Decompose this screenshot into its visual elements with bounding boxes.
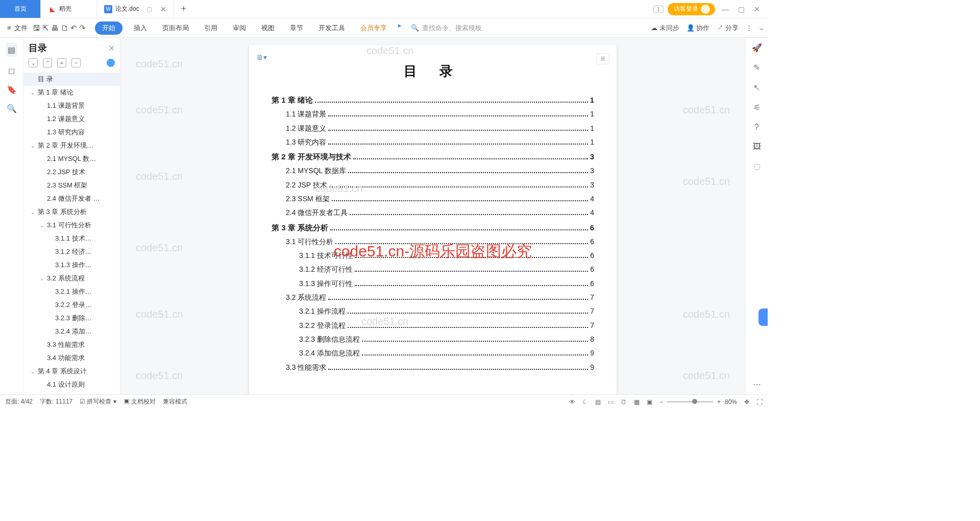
outline-item[interactable]: ⌄3.1 可行性分析 [23, 219, 120, 232]
view-focus-icon[interactable]: ▣ [647, 398, 652, 406]
zoom-control[interactable]: − + 80% [659, 398, 737, 406]
expand-icon[interactable]: ✥ [744, 398, 749, 406]
save-icon[interactable]: 🖫 [33, 23, 40, 32]
close-icon[interactable]: ✕ [160, 5, 166, 13]
screen-icon[interactable]: ▢ [146, 6, 152, 13]
page-indicator-icon[interactable]: 🗎▾ [256, 53, 267, 61]
outline-item[interactable]: 3.1.2 经济… [23, 245, 120, 258]
collapse-ribbon-icon[interactable]: ⌵ [760, 24, 764, 32]
outline-item[interactable]: ⌄第 4 章 系统设计 [23, 365, 120, 378]
app-menu-button[interactable]: ≡文件 [4, 23, 31, 33]
ribbon-tab-reference[interactable]: 引用 [200, 21, 222, 35]
outline-item[interactable]: 3.4 功能需求 [23, 351, 120, 365]
outline-item[interactable]: 2.4 微信开发者 … [23, 192, 120, 205]
ribbon-tab-insert[interactable]: 插入 [130, 21, 151, 35]
print-icon[interactable]: 🖶 [51, 23, 59, 32]
sync-button[interactable]: ☁ 未同步 [651, 23, 679, 33]
ribbon-tab-section[interactable]: 章节 [286, 21, 307, 35]
search-panel-icon[interactable]: 🔍 [7, 104, 17, 113]
toc-label: 3.1.3 操作可行性 [299, 277, 353, 291]
outline-item[interactable]: 4.1 设计原则 [23, 378, 120, 391]
outline-item[interactable]: 3.3 性能需求 [23, 338, 120, 351]
zoom-value[interactable]: 80% [725, 398, 737, 406]
outline-item[interactable]: 3.1.1 技术… [23, 232, 120, 245]
moon-icon[interactable]: ☾ [582, 398, 588, 406]
outline-item[interactable]: 3.2.4 添加… [23, 325, 120, 338]
rocket-icon[interactable]: 🚀 [752, 43, 762, 53]
pen-icon[interactable]: ✎ [753, 63, 760, 73]
outline-item[interactable]: ⌄3.2 系统流程 [23, 272, 120, 285]
page-options-icon[interactable]: ≡ [596, 53, 609, 64]
zoom-in-icon[interactable]: + [717, 398, 721, 406]
outline-item[interactable]: 3.2.2 登录… [23, 298, 120, 312]
outline-item[interactable]: 1.2 课题意义 [23, 112, 120, 126]
outline-item[interactable]: 1.3 研究内容 [23, 126, 120, 139]
eye-icon[interactable]: 👁 [569, 398, 575, 406]
fullscreen-icon[interactable]: ⛶ [756, 398, 763, 406]
status-page[interactable]: 页面: 4/42 [5, 397, 33, 406]
status-spellcheck[interactable]: ☑ 拼写检查 ▾ [80, 397, 116, 406]
side-handle[interactable] [758, 309, 768, 326]
tab-document[interactable]: W 论文.doc ▢ ✕ [97, 0, 174, 18]
tab-home[interactable]: 首页 [0, 0, 41, 18]
drop-icon[interactable]: ◌ [753, 161, 761, 171]
ribbon-tab-start[interactable]: 开始 [95, 21, 122, 35]
view-outline-icon[interactable]: ▤ [595, 398, 601, 406]
outline-item[interactable]: 3.1.3 操作… [23, 258, 120, 272]
collapse-all-icon[interactable]: ⌄ [29, 58, 38, 67]
expand-all-icon[interactable]: ⌃ [43, 58, 52, 67]
outline-item[interactable]: 目 录 [23, 73, 120, 86]
ribbon-tab-review[interactable]: 审阅 [229, 21, 250, 35]
help-icon[interactable]: ? [754, 123, 759, 132]
export-icon[interactable]: ⇱ [42, 23, 49, 33]
ribbon-tab-devtools[interactable]: 开发工具 [314, 21, 349, 35]
new-tab-button[interactable]: + [174, 0, 193, 18]
more-tools-icon[interactable]: ⋯ [753, 380, 761, 389]
share-button[interactable]: ↗ 分享 [717, 23, 739, 33]
outline-item[interactable]: 2.3 SSM 框架 [23, 179, 120, 192]
maximize-icon[interactable]: ▢ [736, 5, 747, 13]
ribbon-more-icon[interactable]: ▸ [398, 21, 402, 35]
undo-icon[interactable]: ↶ [70, 23, 77, 33]
outline-item[interactable]: 1.1 课题背景 [23, 99, 120, 112]
status-compat[interactable]: 兼容模式 [163, 397, 187, 406]
image-tool-icon[interactable]: 🖼 [753, 142, 761, 151]
ribbon-tab-layout[interactable]: 页面布局 [158, 21, 193, 35]
view-web-icon[interactable]: ▦ [634, 398, 640, 406]
outline-item[interactable]: 3.2.3 删除… [23, 312, 120, 325]
settings-slider-icon[interactable]: ⚟ [753, 103, 761, 112]
bookmark-icon[interactable]: 🔖 [7, 85, 17, 94]
level-minus-icon[interactable]: − [71, 58, 81, 67]
outline-item[interactable]: 2.1 MYSQL 数… [23, 152, 120, 165]
redo-icon[interactable]: ↷ [79, 23, 86, 33]
outline-item[interactable]: ⌄第 1 章 绪论 [23, 86, 120, 99]
ribbon-tab-view[interactable]: 视图 [257, 21, 279, 35]
kebab-icon[interactable]: ⋮ [746, 24, 752, 32]
coop-button[interactable]: 👤 协作 [687, 23, 710, 33]
close-panel-icon[interactable]: ✕ [108, 43, 115, 53]
close-window-icon[interactable]: ✕ [751, 5, 763, 13]
status-proofread[interactable]: ▣ 文档校对 [124, 397, 156, 406]
tab-duke[interactable]: ◣ 稻壳 [41, 0, 97, 18]
minimize-icon[interactable]: — [719, 5, 731, 13]
outline-item[interactable]: 2.2 JSP 技术 [23, 165, 120, 179]
outline-item[interactable]: ⌄第 2 章 开发环境… [23, 139, 120, 152]
ribbon-search[interactable]: 🔍 查找命令、搜索模板 [411, 23, 482, 33]
document-canvas[interactable]: code51.cn code51.cn code51.cn code51.cn … [120, 38, 745, 394]
view-page-icon[interactable]: 🗋 [621, 398, 627, 406]
outline-settings-icon[interactable] [107, 59, 115, 67]
level-plus-icon[interactable]: + [57, 58, 66, 67]
toc-label: 3.2.1 操作流程 [299, 304, 346, 318]
login-button[interactable]: 访客登录 [668, 3, 715, 15]
toc-panel-icon[interactable]: ▤ [6, 43, 17, 57]
box-icon[interactable]: ◻ [8, 66, 15, 76]
outline-item[interactable]: 3.2.1 操作… [23, 285, 120, 298]
zoom-out-icon[interactable]: − [659, 398, 663, 406]
view-read-icon[interactable]: ▭ [608, 398, 614, 406]
window-list-icon[interactable]: 1 [653, 6, 664, 13]
ribbon-tab-member[interactable]: 会员专享 [356, 21, 391, 35]
outline-item[interactable]: ⌄第 3 章 系统分析 [23, 205, 120, 219]
status-words[interactable]: 字数: 11117 [40, 397, 72, 406]
cursor-icon[interactable]: ↖ [753, 83, 760, 92]
preview-icon[interactable]: 🗋 [61, 23, 68, 32]
